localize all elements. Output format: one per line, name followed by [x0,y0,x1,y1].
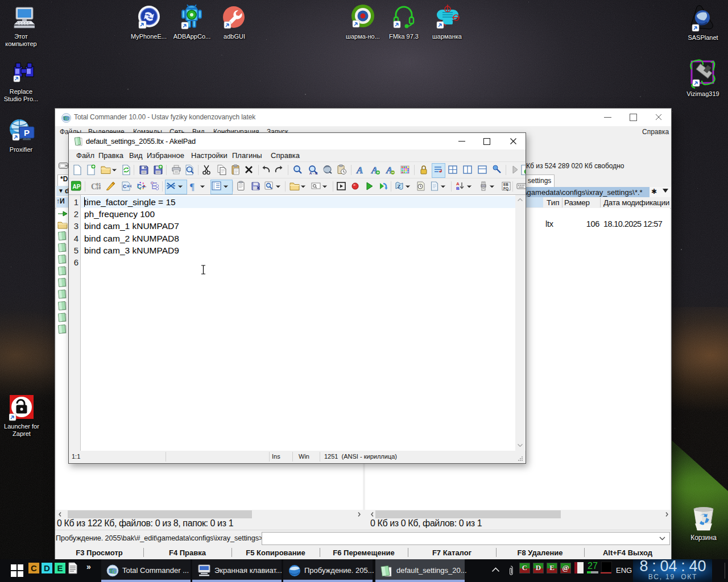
svg-text:FQ: FQ [503,186,508,191]
svg-text:B: B [456,186,460,191]
svg-text:C: C [113,569,117,575]
svg-text:A: A [356,165,363,176]
svg-text:A→B: A→B [309,172,318,175]
svg-text:C: C [66,117,69,122]
svg-text:¶: ¶ [190,181,195,192]
svg-text:P: P [24,128,30,138]
svg-text:10: 10 [96,186,101,190]
svg-text:Z: Z [398,184,401,189]
svg-text:C++: C++ [123,184,131,189]
svg-text:AP: AP [73,184,81,190]
